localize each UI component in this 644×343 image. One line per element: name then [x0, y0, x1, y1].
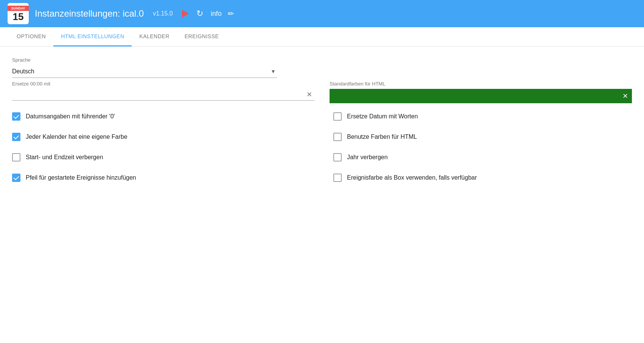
sprache-section: Sprache Deutsch English Français Español…	[12, 57, 632, 78]
checkbox-jahr-verbergen-label: Jahr verbergen	[347, 154, 388, 161]
checkbox-kalender-farbe[interactable]: Jeder Kalender hat eine eigene Farbe	[12, 133, 311, 141]
checkbox-ereignisfarbe-box[interactable]: Ereignisfarbe als Box verwenden, falls v…	[333, 174, 632, 182]
content-area: Sprache Deutsch English Français Español…	[0, 47, 644, 192]
standardfarben-input-wrap: green ✕	[330, 89, 632, 103]
sprache-select-wrap: Deutsch English Français Español ▾	[12, 65, 277, 78]
standardfarben-group: Standardfarben für HTML green ✕	[330, 81, 632, 103]
checkbox-kalender-farbe-label: Jeder Kalender hat eine eigene Farbe	[26, 133, 128, 140]
checkbox-pfeil-ereignisse-label: Pfeil für gestartete Ereignisse hinzufüg…	[26, 174, 136, 181]
checkbox-ereignisfarbe-box-label: Ereignisfarbe als Box verwenden, falls v…	[347, 174, 477, 181]
sprache-select[interactable]: Deutsch English Français Español	[12, 65, 277, 78]
standardfarben-label: Standardfarben für HTML	[330, 81, 632, 87]
edit-icon[interactable]: ✏	[228, 9, 234, 18]
tab-bar: OPTIONEN HTML EINSTELLUNGEN KALENDER ERE…	[0, 27, 644, 47]
checkbox-ereignisfarbe-box-box	[333, 174, 342, 182]
checkbox-grid: Datumsangaben mit führender '0' Ersetze …	[12, 112, 632, 182]
checkbox-jahr-verbergen-box	[333, 153, 342, 161]
header: SUNDAY 15 Instanzeinstellungen: ical.0 v…	[0, 0, 644, 27]
tab-ereignisse[interactable]: EREIGNISSE	[177, 27, 227, 47]
checkbox-datum-fuehrend-box	[12, 112, 20, 121]
checkbox-kalender-farbe-box	[12, 133, 20, 141]
ersetze-input-wrap: ✕	[12, 89, 314, 101]
ersetze-group: Ersetze 00:00 mit ✕	[12, 81, 314, 103]
field-row-inputs: Ersetze 00:00 mit ✕ Standardfarben für H…	[12, 81, 632, 103]
checkbox-ersetze-datum-label: Ersetze Datum mit Worten	[347, 113, 418, 120]
ersetze-clear-button[interactable]: ✕	[306, 90, 313, 99]
calendar-day-number: 15	[13, 12, 24, 22]
ersetze-label: Ersetze 00:00 mit	[12, 81, 314, 87]
checkbox-ersetze-datum[interactable]: Ersetze Datum mit Worten	[333, 112, 632, 121]
checkbox-farben-html[interactable]: Benutze Farben für HTML	[333, 133, 632, 141]
checkbox-endzeit-verbergen-label: Start- und Endzeit verbergen	[26, 154, 103, 161]
checkbox-endzeit-verbergen-box	[12, 153, 20, 161]
sprache-label: Sprache	[12, 57, 632, 63]
checkbox-jahr-verbergen[interactable]: Jahr verbergen	[333, 153, 632, 161]
play-button[interactable]	[182, 10, 189, 17]
checkbox-endzeit-verbergen[interactable]: Start- und Endzeit verbergen	[12, 153, 311, 161]
standardfarben-input[interactable]: green	[330, 89, 632, 103]
version-label: v1.15.0	[153, 10, 173, 17]
refresh-icon[interactable]: ↻	[196, 9, 203, 19]
checkbox-farben-html-label: Benutze Farben für HTML	[347, 133, 417, 140]
tab-kalender[interactable]: KALENDER	[132, 27, 177, 47]
checkbox-datum-fuehrend[interactable]: Datumsangaben mit führender '0'	[12, 112, 311, 121]
checkbox-pfeil-ereignisse-box	[12, 174, 20, 182]
calendar-day-label: SUNDAY	[8, 6, 29, 11]
checkbox-pfeil-ereignisse[interactable]: Pfeil für gestartete Ereignisse hinzufüg…	[12, 174, 311, 182]
checkbox-ersetze-datum-box	[333, 112, 342, 121]
page-title: Instanzeinstellungen: ical.0	[35, 8, 144, 19]
tab-html-einstellungen[interactable]: HTML EINSTELLUNGEN	[53, 27, 132, 47]
ersetze-input[interactable]	[12, 89, 314, 100]
standardfarben-clear-button[interactable]: ✕	[622, 92, 629, 100]
info-label: info	[211, 10, 222, 18]
app-icon: SUNDAY 15	[8, 3, 29, 24]
tab-optionen[interactable]: OPTIONEN	[9, 27, 53, 47]
checkbox-datum-fuehrend-label: Datumsangaben mit führender '0'	[26, 113, 115, 120]
checkbox-farben-html-box	[333, 133, 342, 141]
